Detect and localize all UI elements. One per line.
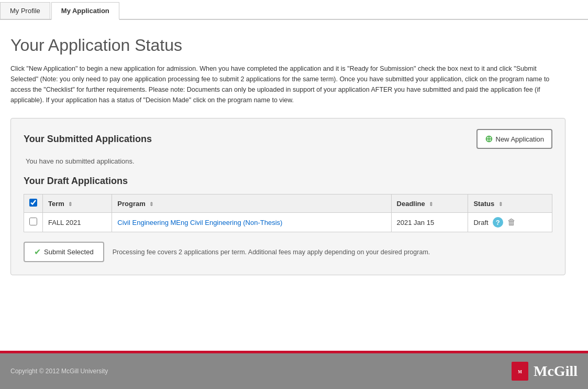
draft-table: Term ⇕ Program ⇕ Deadline ⇕ Status ⇕	[24, 194, 552, 232]
term-sort-icon: ⇕	[68, 201, 72, 207]
footer: Copyright © 2012 McGill University M McG…	[0, 353, 588, 389]
tab-bar: My Profile My Application	[0, 0, 588, 20]
select-all-checkbox[interactable]	[29, 199, 37, 207]
new-application-button[interactable]: ⊕ New Application	[476, 129, 553, 149]
program-link[interactable]: Civil Engineering MEng Civil Engineering…	[117, 219, 282, 226]
table-row: FALL 2021 Civil Engineering MEng Civil E…	[24, 213, 552, 232]
svg-text:M: M	[518, 370, 522, 374]
deadline-sort-icon: ⇕	[429, 201, 433, 207]
submitted-title: Your Submitted Applications	[24, 134, 152, 145]
page-description: Click "New Application" to begin a new a…	[10, 63, 565, 105]
new-app-label: New Application	[496, 135, 545, 143]
footer-copyright: Copyright © 2012 McGill University	[10, 368, 108, 375]
submit-area: ✔ Submit Selected Processing fee covers …	[24, 242, 552, 262]
mcgill-name: McGill	[534, 363, 578, 380]
no-submitted-apps-message: You have no submitted applications.	[26, 157, 552, 165]
row-term: FALL 2021	[43, 213, 112, 232]
program-column-header[interactable]: Program ⇕	[112, 194, 391, 213]
term-column-header[interactable]: Term ⇕	[43, 194, 112, 213]
page-title: Your Application Status	[10, 36, 565, 55]
tab-my-application[interactable]: My Application	[51, 2, 119, 20]
help-icon[interactable]: ?	[493, 217, 503, 228]
row-program: Civil Engineering MEng Civil Engineering…	[112, 213, 391, 232]
status-column-header[interactable]: Status ⇕	[468, 194, 552, 213]
delete-icon[interactable]: 🗑	[507, 218, 516, 227]
program-sort-icon: ⇕	[149, 201, 153, 207]
draft-title: Your Draft Applications	[24, 176, 552, 187]
checkmark-icon: ✔	[34, 247, 41, 257]
submitted-section-header: Your Submitted Applications ⊕ New Applic…	[24, 129, 552, 149]
deadline-column-header[interactable]: Deadline ⇕	[391, 194, 468, 213]
row-status: Draft ? 🗑	[468, 213, 552, 232]
mcgill-shield-icon: M	[512, 362, 528, 381]
row-deadline: 2021 Jan 15	[391, 213, 468, 232]
status-sort-icon: ⇕	[498, 201, 503, 207]
row-checkbox-cell	[24, 213, 43, 232]
submit-selected-button[interactable]: ✔ Submit Selected	[24, 242, 104, 262]
plus-icon: ⊕	[485, 133, 493, 145]
applications-box: Your Submitted Applications ⊕ New Applic…	[10, 118, 565, 275]
tab-my-profile[interactable]: My Profile	[0, 2, 50, 19]
row-checkbox[interactable]	[29, 218, 37, 225]
submit-label: Submit Selected	[44, 248, 94, 256]
select-all-header	[24, 194, 43, 213]
main-content: Your Application Status Click "New Appli…	[0, 20, 576, 351]
fee-note: Processing fee covers 2 applications per…	[113, 248, 430, 256]
footer-logo: M McGill	[512, 362, 578, 381]
